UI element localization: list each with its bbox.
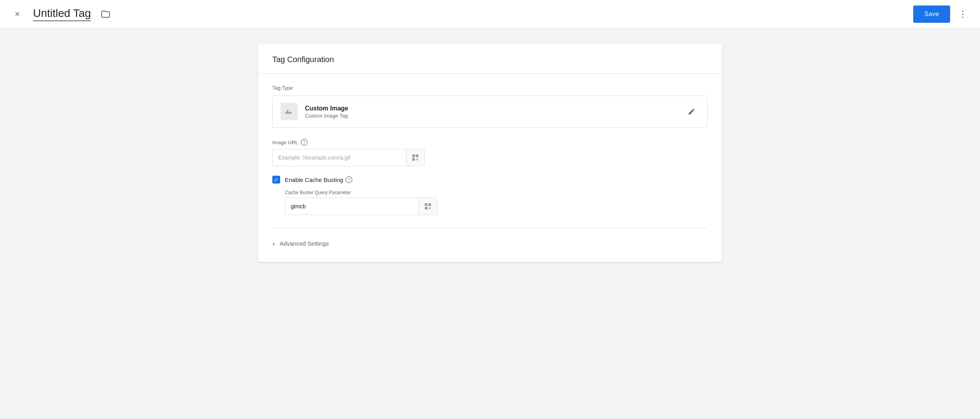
svg-rect-9: [425, 207, 428, 210]
save-button[interactable]: Save: [913, 6, 950, 23]
cache-buster-param-label: Cache Buster Query Parameter: [285, 190, 708, 195]
close-icon: ×: [15, 9, 20, 19]
cache-buster-subsection: Cache Buster Query Parameter: [285, 190, 708, 215]
pencil-icon: [688, 108, 696, 116]
image-url-input[interactable]: [272, 149, 406, 166]
svg-rect-3: [416, 154, 418, 157]
tag-configuration-card: Tag Configuration Tag Type Custom Image: [258, 44, 722, 262]
image-url-input-row: [272, 149, 708, 166]
cache-busting-checkbox[interactable]: ✓: [272, 176, 280, 184]
more-icon: ⋮: [958, 9, 968, 20]
cache-buster-input-row: [285, 198, 708, 215]
divider: [272, 228, 708, 228]
top-bar: × Untitled Tag Save ⋮: [0, 0, 980, 28]
image-url-label: Image URL ?: [272, 139, 708, 146]
variable-icon: [411, 154, 419, 162]
image-url-help-icon[interactable]: ?: [301, 139, 308, 146]
advanced-settings-row[interactable]: › Advanced Settings: [272, 231, 708, 251]
image-url-variable-button[interactable]: [406, 149, 425, 166]
folder-button[interactable]: [99, 7, 113, 21]
top-bar-right: Save ⋮: [913, 6, 971, 23]
cache-busting-label: Enable Cache Busting ?: [285, 176, 352, 183]
image-url-section: Image URL ?: [272, 139, 708, 166]
tag-type-section: Tag Type Custom Image Custom Image Tag: [272, 85, 708, 128]
more-options-button[interactable]: ⋮: [955, 6, 971, 22]
tag-type-label: Tag Type: [272, 85, 708, 91]
image-icon: [284, 107, 294, 116]
card-body: Tag Type Custom Image Custom Image Tag: [258, 74, 722, 262]
tag-type-icon: [281, 103, 298, 120]
cache-buster-variable-button[interactable]: [418, 198, 437, 215]
svg-rect-11: [428, 208, 431, 209]
tag-type-info: Custom Image Custom Image Tag: [305, 105, 684, 119]
svg-rect-8: [428, 203, 431, 206]
main-content: Tag Configuration Tag Type Custom Image: [0, 28, 980, 278]
svg-rect-4: [412, 158, 415, 161]
close-button[interactable]: ×: [9, 6, 25, 22]
svg-rect-7: [425, 203, 428, 206]
cache-buster-input[interactable]: [285, 198, 418, 215]
svg-rect-2: [412, 154, 415, 157]
tag-type-name: Custom Image: [305, 105, 684, 112]
folder-icon: [101, 9, 110, 19]
tag-type-row: Custom Image Custom Image Tag: [272, 96, 708, 128]
card-title: Tag Configuration: [272, 55, 334, 64]
advanced-settings-label: Advanced Settings: [280, 240, 329, 247]
edit-tag-type-button[interactable]: [684, 104, 699, 119]
svg-rect-6: [416, 159, 418, 160]
card-header: Tag Configuration: [258, 44, 722, 74]
cache-busting-help-icon[interactable]: ?: [345, 176, 352, 183]
top-bar-left: × Untitled Tag: [9, 6, 113, 22]
checkmark-icon: ✓: [274, 177, 279, 182]
svg-point-1: [287, 110, 288, 111]
cache-busting-row: ✓ Enable Cache Busting ?: [272, 176, 708, 184]
chevron-right-icon: ›: [272, 239, 275, 248]
page-title: Untitled Tag: [33, 7, 91, 21]
variable-icon-2: [424, 202, 432, 210]
tag-type-subtitle: Custom Image Tag: [305, 113, 684, 119]
